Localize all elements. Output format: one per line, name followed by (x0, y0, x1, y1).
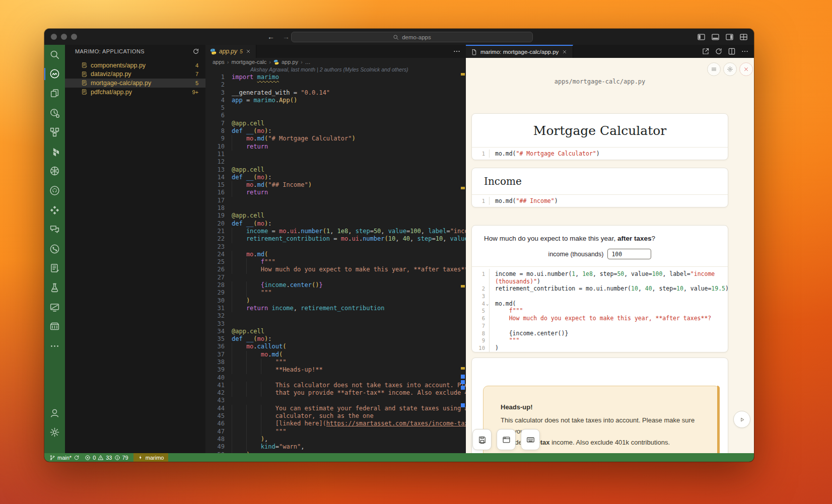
close-app-button[interactable] (739, 62, 753, 76)
code-line[interactable]: 7@app.cell (205, 120, 466, 127)
code-line[interactable]: 32 (205, 312, 466, 320)
activity-item-run-status[interactable] (44, 103, 65, 123)
breadcrumb-item[interactable]: apps (213, 59, 225, 65)
activity-item-account[interactable] (44, 403, 65, 423)
minimize-window-button[interactable] (61, 34, 67, 40)
panel-window-button[interactable] (497, 429, 516, 450)
code-line[interactable]: 37mo.md( (205, 351, 466, 358)
code-line[interactable]: 12 (205, 158, 466, 166)
zoom-window-button[interactable] (71, 34, 77, 40)
activity-item-search[interactable] (44, 45, 65, 64)
code-line[interactable]: 23 (205, 243, 466, 251)
sidebar-item-components-app-py[interactable]: components/app.py4 (65, 61, 205, 70)
code-line[interactable]: 39**Heads-up!** (205, 366, 466, 374)
refresh-icon[interactable] (192, 48, 199, 55)
code-line[interactable]: 43 (205, 397, 466, 404)
code-line[interactable]: 20def __(mo): (205, 220, 466, 228)
tab-marimo-preview[interactable]: marimo: mortgage-calc/app.py (466, 45, 573, 58)
code-line[interactable]: 40 (205, 374, 466, 382)
sidebar-item-dataviz-app-py[interactable]: dataviz/app.py7 (65, 70, 205, 79)
activity-item-symbols[interactable] (44, 122, 65, 142)
layout-grid-icon[interactable] (739, 33, 748, 41)
code-line[interactable]: 49kind="warn", (205, 443, 466, 451)
code-line[interactable]: 24mo.md( (205, 251, 466, 258)
more-icon[interactable] (741, 47, 749, 55)
code-editor[interactable]: 1import marimo23__generated_with = "0.0.… (205, 74, 466, 453)
code-line[interactable]: 15mo.md("## Income") (205, 181, 466, 189)
code-line[interactable]: 1import marimo (205, 74, 466, 81)
activity-item-settings[interactable] (44, 422, 65, 442)
keyboard-icon[interactable] (526, 436, 535, 444)
activity-item-comments[interactable] (44, 220, 65, 239)
activity-item-github[interactable] (44, 181, 65, 200)
code-line[interactable]: 22retirement_contribution = mo.ui.number… (205, 235, 466, 243)
nav-back-icon[interactable]: ← (267, 33, 274, 41)
code-line[interactable]: 19@app.cell (205, 212, 466, 220)
layout-right-icon[interactable] (725, 33, 734, 41)
info-ruler-mark[interactable] (461, 375, 465, 379)
code-line[interactable]: 3__generated_with = "0.0.14" (205, 89, 466, 97)
code-line[interactable]: 27 (205, 274, 466, 281)
code-line[interactable]: 6 (205, 112, 466, 119)
open-external-icon[interactable] (702, 47, 710, 55)
income-input[interactable] (607, 249, 651, 259)
info-ruler-mark[interactable] (461, 403, 465, 407)
code-line[interactable]: 47""" (205, 428, 466, 436)
settings-icon[interactable] (727, 66, 733, 73)
code-line[interactable]: 48), (205, 436, 466, 443)
save-icon[interactable] (478, 436, 487, 444)
overview-ruler[interactable] (461, 45, 465, 453)
menu-icon[interactable] (711, 66, 717, 73)
save-button[interactable] (472, 429, 492, 450)
activity-item-sphere[interactable] (44, 162, 65, 181)
code-line[interactable]: 46[linked here](https://smartasset.com/t… (205, 420, 466, 427)
code-line[interactable]: 2 (205, 81, 466, 89)
keyboard-button[interactable] (521, 429, 540, 450)
close-tab-icon[interactable] (562, 49, 568, 55)
code-line[interactable]: 38""" (205, 358, 466, 366)
sidebar-item-pdfchat-app-py[interactable]: pdfchat/app.py9+ (65, 88, 205, 97)
code-line[interactable]: 5 (205, 104, 466, 112)
code-line[interactable]: 34@app.cell (205, 328, 466, 335)
code-line[interactable]: 31return income, retirement_contribution (205, 305, 466, 312)
split-editor-icon[interactable] (728, 47, 736, 55)
info-ruler-mark[interactable] (461, 386, 465, 390)
warning-ruler-mark[interactable] (461, 285, 465, 287)
code-line[interactable]: 18 (205, 204, 466, 212)
code-line[interactable]: 25f""" (205, 258, 466, 266)
close-tab-icon[interactable] (245, 48, 251, 54)
code-line[interactable]: 16return (205, 189, 466, 196)
warning-ruler-mark[interactable] (461, 367, 465, 370)
activity-item-notebook[interactable] (44, 259, 65, 278)
activity-item-terraform[interactable] (44, 142, 65, 162)
warning-ruler-mark[interactable] (461, 187, 465, 189)
code-line[interactable]: 9mo.md("# Mortgage Calculator") (205, 135, 466, 142)
breadcrumb-item[interactable]: … (305, 59, 311, 65)
activity-item-container[interactable] (44, 317, 65, 336)
breadcrumb-item[interactable]: mortgage-calc (232, 59, 267, 65)
code-line[interactable]: 13@app.cell (205, 166, 466, 174)
more-actions-icon[interactable] (453, 47, 461, 55)
settings-button[interactable] (723, 62, 737, 76)
activity-item-git-graph[interactable] (44, 239, 65, 259)
info-ruler-mark[interactable] (461, 380, 465, 384)
run-cell-button[interactable] (733, 411, 750, 428)
git-branch-status[interactable]: main* (49, 455, 80, 461)
activity-item-marimo[interactable] (44, 64, 65, 84)
breadcrumb-item[interactable]: app.py (282, 59, 298, 65)
close-x-icon[interactable] (743, 66, 749, 73)
code-line[interactable]: 36mo.callout( (205, 343, 466, 350)
code-line[interactable]: 17 (205, 197, 466, 204)
breadcrumb[interactable]: apps›mortgage-calc›app.py›… (205, 58, 466, 66)
code-line[interactable]: 30) (205, 297, 466, 305)
code-line[interactable]: 44You can estimate your federal and stat… (205, 405, 466, 412)
code-line[interactable]: 33 (205, 320, 466, 328)
marimo-server-status[interactable]: marimo (133, 453, 169, 462)
code-line[interactable]: 45calculator, such as the one (205, 412, 466, 420)
activity-item-more[interactable] (44, 336, 65, 356)
code-line[interactable]: 14def __(mo): (205, 174, 466, 181)
code-line[interactable]: 35def __(mo): (205, 335, 466, 343)
command-center-search[interactable]: demo-apps (291, 32, 533, 42)
code-line[interactable]: 41This calculator does not take taxes in… (205, 382, 466, 389)
code-line[interactable]: 10return (205, 143, 466, 151)
